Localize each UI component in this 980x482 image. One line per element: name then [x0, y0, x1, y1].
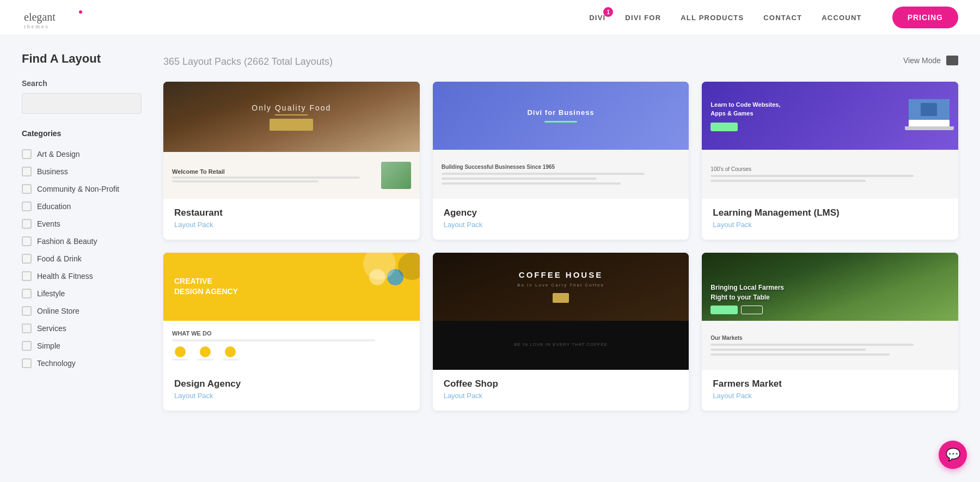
- categories-list: Art & Design Business Community & Non-Pr…: [22, 145, 142, 372]
- category-checkbox-fashion-beauty[interactable]: [22, 236, 32, 246]
- card-design-agency[interactable]: CREATIVEDESIGN AGENCY WHAT WE DO: [163, 253, 420, 411]
- category-item-simple[interactable]: Simple: [22, 337, 142, 355]
- category-label-services: Services: [37, 324, 66, 333]
- category-checkbox-technology[interactable]: [22, 358, 32, 368]
- category-checkbox-simple[interactable]: [22, 341, 32, 351]
- category-item-food-drink[interactable]: Food & Drink: [22, 250, 142, 267]
- category-label-fashion-beauty: Fashion & Beauty: [37, 237, 97, 246]
- view-mode-control[interactable]: View Mode: [903, 56, 958, 65]
- nav-item-all-products[interactable]: ALL PRODUCTS: [681, 14, 744, 22]
- header: elegant themes DIVI 1 DIVI FOR ALL PRODU…: [0, 0, 980, 35]
- category-label-simple: Simple: [37, 341, 60, 350]
- main-container: Find A Layout Search Categories Art & De…: [0, 35, 980, 427]
- search-label: Search: [22, 79, 142, 88]
- card-image-lms: Learn to Code Websites,Apps & Games 100'…: [702, 82, 958, 199]
- category-label-online-store: Online Store: [37, 307, 79, 315]
- card-subtitle-design-agency: Layout Pack: [174, 392, 409, 400]
- card-title-restaurant: Restaurant: [174, 208, 409, 218]
- card-subtitle-lms: Layout Pack: [713, 221, 947, 229]
- category-label-art-design: Art & Design: [37, 150, 80, 158]
- category-item-technology[interactable]: Technology: [22, 355, 142, 372]
- content-area: 365 Layout Packs (2662 Total Layouts) Vi…: [163, 52, 958, 411]
- category-label-technology: Technology: [37, 359, 76, 368]
- category-checkbox-community-non-profit[interactable]: [22, 184, 32, 194]
- category-checkbox-services[interactable]: [22, 324, 32, 333]
- card-info-design-agency: Design Agency Layout Pack: [163, 370, 420, 411]
- nav-item-account[interactable]: ACCOUNT: [822, 14, 861, 22]
- card-title-design-agency: Design Agency: [174, 379, 409, 389]
- card-info-lms: Learning Management (LMS) Layout Pack: [702, 199, 958, 240]
- card-title-lms: Learning Management (LMS): [713, 208, 947, 218]
- category-item-online-store[interactable]: Online Store: [22, 302, 142, 320]
- card-subtitle-agency: Layout Pack: [444, 221, 678, 229]
- category-checkbox-online-store[interactable]: [22, 306, 32, 316]
- nav-divi-wrap: DIVI 1: [589, 13, 605, 22]
- card-info-farmers-market: Farmers Market Layout Pack: [702, 370, 958, 411]
- card-image-farmers-market: Bringing Local FarmersRight to your Tabl…: [702, 253, 958, 370]
- card-info-coffee-shop: Coffee Shop Layout Pack: [433, 370, 689, 411]
- category-label-health-fitness: Health & Fitness: [37, 272, 93, 280]
- main-nav: DIVI 1 DIVI FOR ALL PRODUCTS CONTACT ACC…: [589, 7, 958, 28]
- card-image-design-agency: CREATIVEDESIGN AGENCY WHAT WE DO: [163, 253, 420, 370]
- logo-svg: elegant themes: [22, 5, 93, 30]
- category-item-services[interactable]: Services: [22, 320, 142, 337]
- logo[interactable]: elegant themes: [22, 5, 93, 30]
- card-image-coffee-shop: COFFEE HOUSE Be In Love Carry That Coffe…: [433, 253, 689, 370]
- category-label-business: Business: [37, 167, 68, 176]
- layout-count-area: 365 Layout Packs (2662 Total Layouts): [163, 52, 333, 69]
- card-title-farmers-market: Farmers Market: [713, 379, 947, 389]
- card-title-coffee-shop: Coffee Shop: [444, 379, 678, 389]
- card-image-agency: Divi for Business Building Successful Bu…: [433, 82, 689, 199]
- layout-count: 365 Layout Packs (2662 Total Layouts): [163, 52, 333, 68]
- category-label-education: Education: [37, 202, 71, 211]
- card-farmers-market[interactable]: Bringing Local FarmersRight to your Tabl…: [702, 253, 958, 411]
- category-checkbox-education[interactable]: [22, 202, 32, 211]
- layout-count-sub: (2662 Total Layouts): [244, 56, 333, 67]
- category-checkbox-art-design[interactable]: [22, 149, 32, 159]
- card-coffee-shop[interactable]: COFFEE HOUSE Be In Love Carry That Coffe…: [433, 253, 689, 411]
- view-mode-icon: [946, 56, 958, 65]
- category-item-health-fitness[interactable]: Health & Fitness: [22, 267, 142, 285]
- card-subtitle-farmers-market: Layout Pack: [713, 392, 947, 400]
- category-item-art-design[interactable]: Art & Design: [22, 145, 142, 163]
- nav-item-divi[interactable]: DIVI: [589, 14, 605, 22]
- category-checkbox-health-fitness[interactable]: [22, 271, 32, 281]
- categories-title: Categories: [22, 129, 142, 138]
- card-restaurant[interactable]: Only Quality Food Welcome To Retail Rest…: [163, 82, 420, 240]
- sidebar-title: Find A Layout: [22, 52, 142, 66]
- svg-text:elegant: elegant: [24, 11, 56, 23]
- svg-text:themes: themes: [24, 23, 49, 29]
- card-subtitle-restaurant: Layout Pack: [174, 221, 409, 229]
- card-subtitle-coffee-shop: Layout Pack: [444, 392, 678, 400]
- category-checkbox-food-drink[interactable]: [22, 254, 32, 264]
- content-header: 365 Layout Packs (2662 Total Layouts) Vi…: [163, 52, 958, 69]
- category-label-food-drink: Food & Drink: [37, 254, 82, 263]
- cards-grid: Only Quality Food Welcome To Retail Rest…: [163, 82, 958, 411]
- category-checkbox-lifestyle[interactable]: [22, 289, 32, 298]
- layout-count-bold: 365 Layout Packs: [163, 56, 244, 67]
- card-info-agency: Agency Layout Pack: [433, 199, 689, 240]
- category-item-fashion-beauty[interactable]: Fashion & Beauty: [22, 233, 142, 250]
- card-image-restaurant: Only Quality Food Welcome To Retail: [163, 82, 420, 199]
- card-lms[interactable]: Learn to Code Websites,Apps & Games 100'…: [702, 82, 958, 240]
- card-title-agency: Agency: [444, 208, 678, 218]
- category-checkbox-business[interactable]: [22, 167, 32, 176]
- nav-item-divi-for[interactable]: DIVI FOR: [625, 14, 661, 22]
- category-item-business[interactable]: Business: [22, 163, 142, 180]
- card-info-restaurant: Restaurant Layout Pack: [163, 199, 420, 240]
- divi-badge: 1: [603, 7, 613, 17]
- card-agency[interactable]: Divi for Business Building Successful Bu…: [433, 82, 689, 240]
- category-checkbox-events[interactable]: [22, 219, 32, 229]
- nav-item-contact[interactable]: CONTACT: [763, 14, 802, 22]
- search-input[interactable]: [22, 93, 142, 114]
- category-item-community-non-profit[interactable]: Community & Non-Profit: [22, 180, 142, 198]
- sidebar: Find A Layout Search Categories Art & De…: [22, 52, 142, 411]
- category-item-events[interactable]: Events: [22, 215, 142, 233]
- view-mode-label: View Mode: [903, 56, 941, 65]
- category-item-lifestyle[interactable]: Lifestyle: [22, 285, 142, 302]
- category-label-events: Events: [37, 219, 60, 228]
- category-label-lifestyle: Lifestyle: [37, 289, 65, 298]
- pricing-button[interactable]: PRICING: [892, 7, 958, 28]
- category-item-education[interactable]: Education: [22, 198, 142, 215]
- category-label-community-non-profit: Community & Non-Profit: [37, 185, 119, 193]
